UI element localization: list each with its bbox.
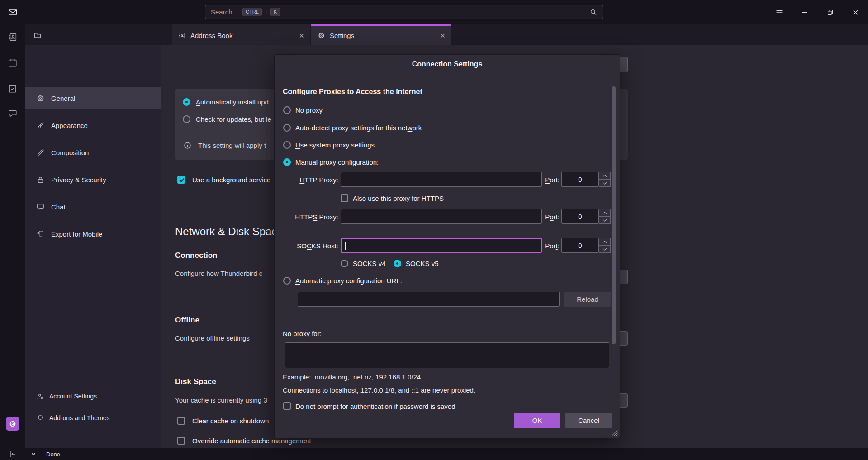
- radio-auto-config-url[interactable]: Automatic proxy configuration URL:: [283, 275, 402, 285]
- auto-config-url-input[interactable]: [298, 292, 560, 307]
- radio-label: Use system proxy settings: [295, 141, 375, 149]
- checkbox-label: Also use this proxy for HTTPS: [353, 194, 444, 202]
- tab-close-button[interactable]: ×: [299, 32, 304, 40]
- tab-label: Address Book: [190, 32, 232, 39]
- global-search[interactable]: Search... CTRL + K: [205, 5, 603, 19]
- update-option-auto[interactable]: Automatically install upd: [183, 97, 269, 107]
- restore-button[interactable]: [817, 0, 843, 24]
- http-proxy-input[interactable]: [341, 172, 542, 187]
- connection-settings-dialog: Connection Settings Configure Proxies to…: [274, 54, 620, 438]
- https-proxy-label: HTTPS Proxy:: [275, 213, 338, 222]
- http-port-spinner: [599, 172, 611, 187]
- socks-host-input[interactable]: [341, 238, 542, 253]
- settings-space-button[interactable]: [6, 417, 19, 431]
- sidebar-item-composition[interactable]: Composition: [25, 142, 161, 163]
- sidebar-item-chat[interactable]: Chat: [25, 196, 161, 218]
- calendar-icon: [8, 58, 18, 68]
- chat-space-button[interactable]: [0, 104, 25, 123]
- checkbox: [283, 402, 291, 410]
- no-proxy-for-textarea[interactable]: [285, 342, 609, 368]
- no-prompt-checkbox-row[interactable]: Do not prompt for authentication if pass…: [283, 402, 455, 410]
- cancel-button[interactable]: Cancel: [565, 413, 612, 428]
- radio-label: Automatic proxy configuration URL:: [295, 277, 402, 285]
- chevron-down-icon: [602, 247, 606, 250]
- pencil-icon: [36, 148, 45, 157]
- radio-system-proxy[interactable]: Use system proxy settings: [283, 140, 375, 150]
- https-proxy-input[interactable]: [341, 209, 542, 224]
- radio: [283, 277, 291, 285]
- socks-port-input[interactable]: 0: [561, 238, 599, 253]
- checkbox-label: Clear cache on shutdown: [192, 417, 269, 425]
- update-note: This setting will apply t: [198, 142, 266, 149]
- tab-settings[interactable]: Settings ×: [311, 24, 451, 45]
- cache-usage-text: Your cache is currently using 3: [175, 396, 267, 404]
- sidebar-item-label: Appearance: [51, 122, 88, 129]
- sidebar-item-label: Chat: [51, 203, 66, 211]
- sidebar-item-addons-themes[interactable]: Add-ons and Themes: [25, 408, 161, 428]
- clipped-control-fragment[interactable]: [620, 270, 628, 284]
- tab-bar: Address Book × Settings ×: [25, 24, 868, 45]
- calendar-space-button[interactable]: [0, 53, 25, 72]
- clipped-control-fragment[interactable]: [620, 331, 628, 346]
- minimize-button[interactable]: [792, 0, 817, 24]
- tab-close-button[interactable]: ×: [440, 32, 445, 40]
- reload-button[interactable]: Reload: [564, 292, 611, 307]
- radio: [283, 158, 291, 166]
- chevron-down-icon: [602, 218, 606, 221]
- https-port-input[interactable]: 0: [561, 209, 599, 224]
- sidebar-item-account-settings[interactable]: Account Settings: [25, 386, 161, 406]
- folder-pane-button[interactable]: [31, 29, 44, 42]
- dialog-resize-grip[interactable]: [611, 429, 618, 436]
- radio-socks-v4[interactable]: SOCKS v4: [341, 258, 386, 268]
- radio-auto-detect[interactable]: Auto-detect proxy settings for this netw…: [283, 123, 422, 133]
- dialog-scrollbar-thumb[interactable]: [612, 86, 616, 344]
- mail-space-button[interactable]: [0, 0, 25, 24]
- spin-up-button[interactable]: [599, 209, 610, 216]
- collapse-spaces-button[interactable]: [0, 448, 25, 460]
- spin-down-button[interactable]: [599, 179, 610, 186]
- account-gear-icon: [36, 393, 44, 400]
- radio-manual-proxy[interactable]: Manual proxy configuration:: [283, 157, 379, 167]
- sidebar-item-privacy-security[interactable]: Privacy & Security: [25, 169, 161, 190]
- sidebar-item-export-for-mobile[interactable]: Export for Mobile: [25, 223, 161, 245]
- gear-icon: [9, 420, 17, 428]
- paintbrush-icon: [36, 121, 45, 130]
- sidebar-item-label: Privacy & Security: [51, 176, 106, 184]
- update-option-check[interactable]: Check for updates, but le: [183, 114, 271, 124]
- activity-icon: [30, 451, 37, 458]
- spin-down-button[interactable]: [599, 245, 610, 252]
- https-port-spinner: [599, 209, 611, 224]
- clipped-control-fragment[interactable]: [620, 393, 628, 408]
- close-button[interactable]: [843, 0, 868, 24]
- http-port-input[interactable]: 0: [561, 172, 599, 187]
- spin-down-button[interactable]: [599, 216, 610, 223]
- radio-no-proxy[interactable]: No proxy: [283, 105, 323, 115]
- app-menu-button[interactable]: [767, 0, 792, 24]
- sidebar-item-label: Composition: [51, 149, 89, 156]
- clear-cache-checkbox-row[interactable]: Clear cache on shutdown: [177, 416, 269, 426]
- sidebar-item-general[interactable]: General: [25, 87, 161, 109]
- spin-up-button[interactable]: [599, 238, 610, 245]
- tab-address-book[interactable]: Address Book ×: [172, 24, 310, 45]
- shortcut-ctrl-key: CTRL: [242, 8, 262, 16]
- tasks-space-button[interactable]: [0, 79, 25, 98]
- sidebar-item-label: Account Settings: [49, 393, 97, 400]
- radio: [394, 260, 401, 267]
- connection-description: Configure how Thunderbird c: [175, 270, 262, 277]
- radio-socks-v5[interactable]: SOCKS v5: [394, 258, 439, 268]
- shortcut-k-key: K: [270, 8, 280, 16]
- addressbook-space-button[interactable]: [0, 28, 25, 47]
- checkbox: [177, 417, 185, 425]
- ok-button[interactable]: OK: [514, 413, 560, 428]
- window-titlebar: Search... CTRL + K: [0, 0, 868, 24]
- spin-up-button[interactable]: [599, 172, 610, 179]
- also-https-checkbox-row[interactable]: Also use this proxy for HTTPS: [341, 193, 444, 203]
- chevron-up-icon: [602, 212, 606, 215]
- radio-label: Manual proxy configuration:: [295, 158, 379, 166]
- sidebar-item-appearance[interactable]: Appearance: [25, 114, 161, 136]
- background-service-checkbox-row[interactable]: Use a background service: [177, 175, 270, 185]
- phone-export-icon: [36, 230, 45, 238]
- collapse-left-icon: [9, 450, 17, 458]
- clipped-control-fragment[interactable]: [620, 57, 628, 72]
- proxy-section-heading: Configure Proxies to Access the Internet: [283, 88, 422, 96]
